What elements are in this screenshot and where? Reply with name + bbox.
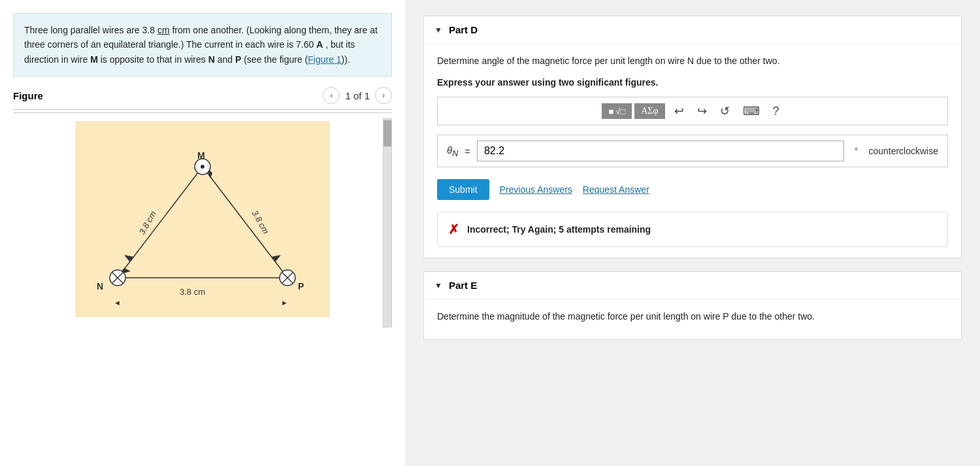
toolbar-btn-group: ■ √□ ΑΣφ xyxy=(602,103,664,119)
figure-container: 3.8 cm 3.8 cm 3.8 cm M xyxy=(13,118,392,327)
part-d-header: ▼ Part D xyxy=(424,16,961,44)
figure-section: Figure ‹ 1 of 1 › xyxy=(13,87,392,327)
part-d-content: Determine angle of the magnetic force pe… xyxy=(424,44,961,258)
error-text: Incorrect; Try Again; 5 attempts remaini… xyxy=(467,224,651,235)
part-e-title: Part E xyxy=(449,280,477,291)
figure-link[interactable]: Figure 1 xyxy=(308,54,341,65)
answer-equals: = xyxy=(465,146,470,157)
problem-statement: Three long parallel wires are 3.8 cm fro… xyxy=(13,13,392,76)
help-icon: ? xyxy=(773,105,779,118)
refresh-icon: ↺ xyxy=(720,105,730,118)
triangle-diagram: 3.8 cm 3.8 cm 3.8 cm M xyxy=(75,121,330,317)
previous-answers-btn[interactable]: Previous Answers xyxy=(500,184,572,195)
svg-marker-22 xyxy=(271,255,281,261)
part-e-header: ▼ Part E xyxy=(424,272,961,299)
figure-header: Figure ‹ 1 of 1 › xyxy=(13,87,392,110)
svg-text:►: ► xyxy=(281,299,288,307)
redo-icon: ↪ xyxy=(697,105,707,118)
answer-subscript: N xyxy=(452,149,458,158)
svg-text:◄: ◄ xyxy=(114,299,121,307)
figure-nav: ‹ 1 of 1 › xyxy=(323,87,392,104)
left-panel: Three long parallel wires are 3.8 cm fro… xyxy=(0,0,405,466)
part-d-title: Part D xyxy=(449,24,478,35)
keyboard-btn[interactable]: ⌨ xyxy=(739,103,764,120)
undo-btn[interactable]: ↩ xyxy=(670,103,688,120)
greek-label: ΑΣφ xyxy=(641,106,658,116)
part-d-description: Determine angle of the magnetic force pe… xyxy=(437,54,948,68)
part-e-description: Determine the magnitude of the magnetic … xyxy=(437,310,948,329)
refresh-btn[interactable]: ↺ xyxy=(716,103,734,120)
square-icon: ■ xyxy=(608,107,613,116)
answer-unit-degree: ° xyxy=(855,146,858,156)
answer-toolbar: ■ √□ ΑΣφ ↩ ↪ ↺ ⌨ xyxy=(437,97,948,125)
keyboard-icon: ⌨ xyxy=(743,105,760,118)
sqrt-icon: √□ xyxy=(615,107,625,116)
undo-icon: ↩ xyxy=(674,105,684,118)
part-e-section: ▼ Part E Determine the magnitude of the … xyxy=(423,271,962,340)
error-icon: ✗ xyxy=(448,222,459,237)
part-d-section: ▼ Part D Determine angle of the magnetic… xyxy=(423,16,962,258)
request-answer-btn[interactable]: Request Answer xyxy=(583,184,649,195)
svg-text:N: N xyxy=(97,281,103,291)
problem-text: Three long parallel wires are 3.8 cm fro… xyxy=(24,25,378,65)
part-e-content: Determine the magnitude of the magnetic … xyxy=(424,299,961,339)
figure-prev-btn[interactable]: ‹ xyxy=(323,87,340,104)
right-panel: ▼ Part D Determine angle of the magnetic… xyxy=(405,0,980,466)
help-btn[interactable]: ? xyxy=(769,103,783,120)
svg-text:M: M xyxy=(197,150,205,161)
svg-text:3.8 cm: 3.8 cm xyxy=(137,209,159,236)
triangle-svg: 3.8 cm 3.8 cm 3.8 cm M xyxy=(85,127,320,310)
greek-btn[interactable]: ΑΣφ xyxy=(634,103,664,119)
figure-scrollbar-thumb xyxy=(384,120,391,146)
sqrt-btn[interactable]: ■ √□ xyxy=(602,103,632,119)
svg-line-1 xyxy=(118,167,203,278)
part-d-chevron[interactable]: ▼ xyxy=(434,25,442,35)
error-box: ✗ Incorrect; Try Again; 5 attempts remai… xyxy=(437,212,948,247)
redo-btn[interactable]: ↪ xyxy=(693,103,711,120)
svg-text:3.8 cm: 3.8 cm xyxy=(250,208,271,235)
part-d-instruction: Express your answer using two significan… xyxy=(437,77,948,88)
figure-title: Figure xyxy=(13,90,43,101)
part-e-chevron[interactable]: ▼ xyxy=(434,281,442,290)
figure-count: 1 of 1 xyxy=(345,90,370,101)
submit-btn[interactable]: Submit xyxy=(437,179,489,200)
figure-scrollbar[interactable] xyxy=(383,118,392,327)
svg-point-11 xyxy=(201,165,204,169)
answer-input[interactable] xyxy=(477,141,844,161)
answer-input-row: θN = ° counterclockwise xyxy=(437,135,948,167)
svg-line-2 xyxy=(203,167,287,278)
answer-label: θN xyxy=(447,144,458,158)
svg-marker-21 xyxy=(124,255,134,261)
answer-unit-text: counterclockwise xyxy=(868,146,938,156)
svg-text:3.8 cm: 3.8 cm xyxy=(180,287,205,297)
figure-next-btn[interactable]: › xyxy=(375,87,392,104)
svg-text:P: P xyxy=(298,281,304,291)
action-row: Submit Previous Answers Request Answer xyxy=(437,176,948,203)
